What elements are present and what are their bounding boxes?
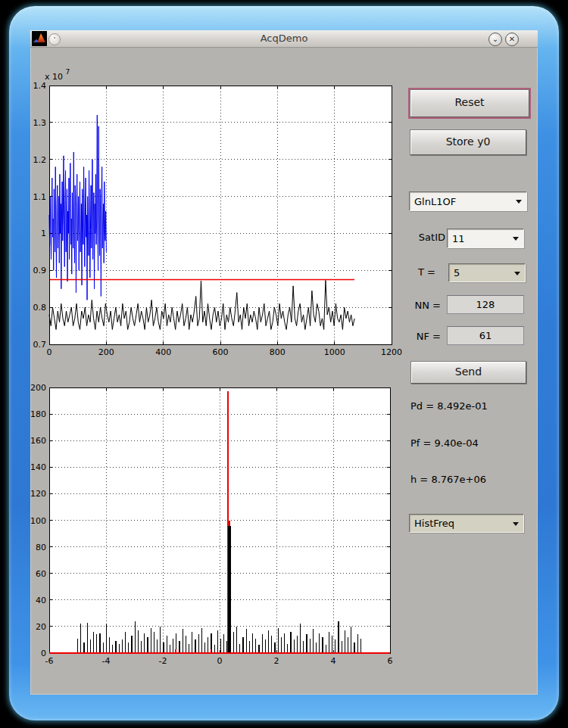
svg-text:1.2: 1.2 [33, 155, 47, 165]
nf-label: NF = [401, 331, 441, 342]
send-button[interactable]: Send [410, 361, 526, 384]
svg-text:400: 400 [155, 347, 171, 357]
svg-text:-4: -4 [102, 656, 111, 666]
minimize-button[interactable]: ⌄ [488, 33, 502, 46]
svg-text:600: 600 [213, 347, 229, 357]
svg-text:140: 140 [30, 462, 46, 472]
svg-text:20: 20 [36, 622, 46, 632]
reset-button[interactable]: Reset [410, 89, 529, 117]
svg-text:1000: 1000 [324, 347, 345, 357]
svg-text:80: 80 [36, 543, 46, 552]
svg-text:1200: 1200 [381, 347, 402, 357]
chevron-down-icon [513, 237, 519, 244]
svg-text:2: 2 [274, 656, 279, 666]
svg-text:6: 6 [388, 656, 393, 666]
svg-text:200: 200 [98, 347, 114, 357]
svg-text:4: 4 [331, 656, 336, 666]
satid-label: SatID [405, 232, 445, 243]
satid-select[interactable]: 11 [447, 229, 524, 248]
svg-text:0.9: 0.9 [33, 266, 47, 275]
t-label: T = [401, 266, 435, 278]
store-y0-button[interactable]: Store y0 [410, 129, 526, 155]
t-select-value: 5 [454, 264, 510, 282]
svg-text:800: 800 [270, 347, 286, 357]
chevron-down-icon [514, 272, 520, 278]
svg-text:100: 100 [30, 516, 46, 526]
svg-text:160: 160 [30, 436, 46, 446]
histogram-plot: -6-4-20246020406080100120140160180200 [30, 377, 401, 672]
svg-text:x 10 7: x 10 7 [45, 68, 70, 82]
code-select[interactable]: GlnL1OF [409, 191, 527, 211]
svg-text:0.8: 0.8 [33, 303, 47, 313]
svg-text:60: 60 [36, 569, 46, 579]
window-title: AcqDemo [30, 30, 538, 47]
acquisition-plot: 0200400600800100012000.70.80.911.11.21.3… [32, 64, 403, 367]
chevron-down-icon [516, 200, 522, 207]
hist-select-value: HistFreq [414, 515, 508, 532]
titlebar[interactable]: AcqDemo ⌄ ✕ [30, 30, 538, 48]
code-select-value: GlnL1OF [414, 192, 511, 210]
svg-text:-2: -2 [159, 656, 167, 666]
nn-field[interactable]: 128 [447, 295, 524, 314]
svg-text:120: 120 [30, 489, 46, 499]
chevron-down-icon: ⌄ [489, 33, 501, 45]
svg-text:0: 0 [217, 656, 223, 666]
h-value: h = 8.767e+06 [410, 474, 486, 485]
svg-text:1.1: 1.1 [33, 192, 47, 202]
nf-field[interactable]: 61 [447, 326, 524, 345]
svg-text:0.7: 0.7 [33, 340, 47, 350]
svg-text:-6: -6 [45, 656, 54, 666]
svg-text:180: 180 [30, 409, 46, 419]
t-select[interactable]: 5 [448, 263, 526, 282]
chevron-down-icon [513, 522, 519, 529]
close-button[interactable]: ✕ [505, 33, 519, 46]
satid-select-value: 11 [452, 229, 508, 247]
svg-text:200: 200 [30, 383, 46, 393]
nn-label: NN = [401, 300, 441, 311]
svg-text:40: 40 [36, 596, 46, 605]
svg-text:0: 0 [47, 347, 52, 357]
svg-text:1.3: 1.3 [33, 118, 47, 128]
close-icon: ✕ [506, 33, 518, 45]
svg-text:1: 1 [41, 229, 46, 238]
hist-select[interactable]: HistFreq [409, 514, 524, 533]
pd-value: Pd = 8.492e-01 [410, 400, 488, 412]
svg-text:0: 0 [41, 649, 46, 658]
pf-value: Pf = 9.40e-04 [410, 437, 479, 449]
desktop-background: AcqDemo ⌄ ✕ 0200400600800100012000.70.80… [0, 0, 568, 728]
svg-text:1.4: 1.4 [33, 81, 47, 91]
acqdemo-window: AcqDemo ⌄ ✕ 0200400600800100012000.70.80… [30, 30, 538, 695]
